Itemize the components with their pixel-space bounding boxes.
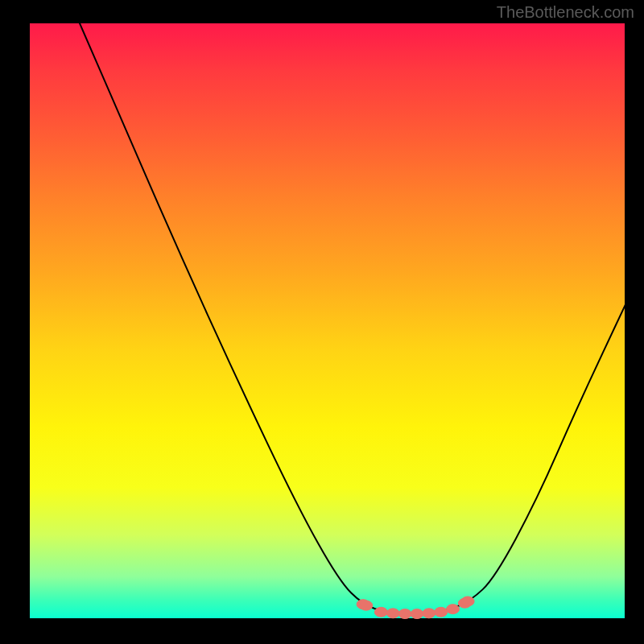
- chart-plot-area: [28, 22, 626, 620]
- watermark-text: TheBottleneck.com: [497, 3, 634, 22]
